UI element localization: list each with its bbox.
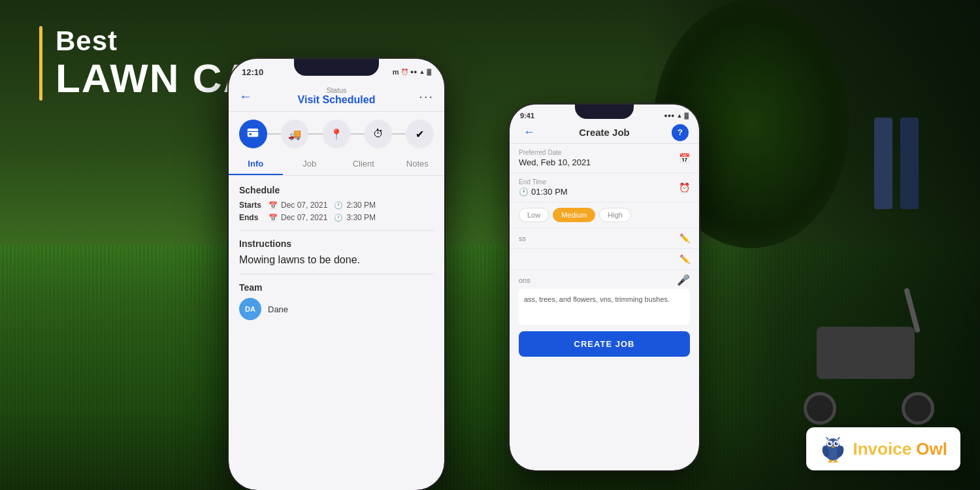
svg-marker-12 xyxy=(826,436,829,440)
phones-container: 9:41 ●●● ▲ ▓ ← Create Job ? Preferred Da… xyxy=(163,20,751,490)
edit-icon-2: ✏️ xyxy=(679,254,690,264)
team-section: Team DA Dane xyxy=(239,282,434,320)
starts-time: 2:30 PM xyxy=(346,201,376,210)
step-connector-3 xyxy=(350,133,364,135)
edit-row-1[interactable]: ss ✏️ xyxy=(510,228,699,249)
team-member-name: Dane xyxy=(268,304,288,314)
svg-point-8 xyxy=(834,442,838,446)
preferred-date-field[interactable]: Preferred Date Wed, Feb 10, 2021 📅 xyxy=(510,144,699,173)
tab-notes[interactable]: Notes xyxy=(391,154,445,175)
instructions-text: Mowing lawns to be done. xyxy=(239,254,434,266)
content-area: Schedule Starts 📅 Dec 07, 2021 🕐 2:30 PM… xyxy=(229,176,444,329)
instructions-section: Instructions Mowing lawns to be done. xyxy=(239,238,434,266)
invoice-text-part2: Owl xyxy=(916,439,947,459)
create-job-button[interactable]: CREATE JOB xyxy=(519,331,690,357)
priority-low-btn[interactable]: Low xyxy=(519,208,549,222)
right-leg xyxy=(900,118,919,209)
heading-line1: Best xyxy=(56,26,439,56)
status-label-text: Status xyxy=(298,86,376,94)
front-menu-dots[interactable]: ··· xyxy=(419,89,434,104)
front-phone-notch xyxy=(294,59,379,76)
mic-icon[interactable]: 🎤 xyxy=(677,274,690,286)
end-time-value: 🕐 01:30 PM xyxy=(519,187,568,197)
preferred-date-row: Preferred Date Wed, Feb 10, 2021 📅 xyxy=(519,149,690,167)
step-2-icon: 🚚 xyxy=(281,120,309,148)
wifi-icon: ▲ xyxy=(677,112,683,119)
mower-silhouette xyxy=(804,327,934,425)
invoice-text-part1: Invoice xyxy=(853,439,917,459)
starts-date: Dec 07, 2021 xyxy=(281,201,327,210)
divider-2 xyxy=(239,274,434,274)
left-leg xyxy=(874,118,892,209)
clock-icon: 🕐 xyxy=(519,188,529,197)
owl-logo xyxy=(819,435,847,463)
create-job-title: Create Job xyxy=(579,127,630,138)
carrier-icon: m xyxy=(393,68,399,76)
end-time-field[interactable]: End Time 🕐 01:30 PM ⏰ xyxy=(510,173,699,203)
tab-info[interactable]: Info xyxy=(229,154,283,175)
team-member-row: DA Dane xyxy=(239,298,434,320)
battery-icon: ▓ xyxy=(684,112,689,119)
edit-row-2[interactable]: ✏️ xyxy=(510,249,699,270)
team-title: Team xyxy=(239,282,434,293)
mic-label: ons xyxy=(519,276,531,284)
back-phone-screen: 9:41 ●●● ▲ ▓ ← Create Job ? Preferred Da… xyxy=(510,105,699,470)
signal-icon: ●●● xyxy=(664,112,674,119)
step-5-icon: ✔ xyxy=(406,120,434,148)
notes-text-box[interactable]: ass, trees, and flowers, vns, trimming b… xyxy=(519,289,690,325)
back-button[interactable]: ← xyxy=(520,123,538,142)
mower-wheel-left xyxy=(804,392,836,425)
person-legs xyxy=(872,118,921,212)
ends-clock-icon: 🕐 xyxy=(334,214,343,222)
end-time-content: End Time 🕐 01:30 PM xyxy=(519,178,568,197)
status-value-text: Visit Scheduled xyxy=(298,94,376,106)
mower-top xyxy=(817,327,915,379)
svg-rect-2 xyxy=(250,133,252,135)
svg-rect-0 xyxy=(248,129,259,137)
step-1-icon xyxy=(239,120,267,148)
starts-cal-icon: 📅 xyxy=(269,201,278,210)
yellow-accent-bar xyxy=(39,26,42,101)
front-phone-time: 12:10 xyxy=(242,67,263,77)
schedule-section: Schedule Starts 📅 Dec 07, 2021 🕐 2:30 PM… xyxy=(239,185,434,222)
back-phone-status-icons: ●●● ▲ ▓ xyxy=(664,112,689,119)
ends-cal-icon: 📅 xyxy=(269,214,278,222)
back-phone: 9:41 ●●● ▲ ▓ ← Create Job ? Preferred Da… xyxy=(510,105,699,470)
tab-job[interactable]: Job xyxy=(283,154,337,175)
network-icon: ●● xyxy=(410,69,417,75)
priority-high-btn[interactable]: High xyxy=(599,208,631,222)
edit-row-1-text: ss xyxy=(519,235,526,242)
starts-clock-icon: 🕐 xyxy=(334,201,343,210)
alarm-icon: ⏰ xyxy=(401,69,408,75)
svg-point-9 xyxy=(830,442,831,444)
preferred-date-value: Wed, Feb 10, 2021 xyxy=(519,157,591,167)
step-4-icon: ⏱ xyxy=(365,120,393,148)
svg-marker-13 xyxy=(837,436,840,440)
back-phone-notch xyxy=(575,105,634,119)
front-phone-screen: 12:10 m ⏰ ●● ▲ ▓ ← Status Visit Schedule… xyxy=(229,59,444,490)
create-job-header: ← Create Job ? xyxy=(510,124,699,144)
step-connector-1 xyxy=(267,133,281,135)
visit-header: ← Status Visit Scheduled ··· xyxy=(229,82,444,112)
wifi-front-icon: ▲ xyxy=(419,69,425,75)
tabs-row: Info Job Client Notes xyxy=(229,154,444,176)
priority-medium-btn[interactable]: Medium xyxy=(553,208,595,222)
step-connector-2 xyxy=(308,133,322,135)
front-back-button[interactable]: ← xyxy=(239,89,252,104)
edit-icon-1: ✏️ xyxy=(679,233,690,243)
tab-client[interactable]: Client xyxy=(336,154,391,175)
step-3-icon: 📍 xyxy=(323,120,351,148)
team-member-avatar: DA xyxy=(239,298,261,320)
front-phone-status-icons: m ⏰ ●● ▲ ▓ xyxy=(393,68,431,76)
clock-field-icon: ⏰ xyxy=(679,182,690,193)
mower-wheel-right xyxy=(902,392,934,425)
help-button[interactable]: ? xyxy=(672,124,689,141)
preferred-date-label: Preferred Date xyxy=(519,149,591,156)
battery-front-icon: ▓ xyxy=(427,69,431,75)
starts-row: Starts 📅 Dec 07, 2021 🕐 2:30 PM xyxy=(239,201,434,210)
mic-area: ons 🎤 xyxy=(510,270,699,289)
back-phone-time: 9:41 xyxy=(520,112,534,120)
preferred-date-content: Preferred Date Wed, Feb 10, 2021 xyxy=(519,149,591,167)
end-time-label: End Time xyxy=(519,178,568,186)
divider-1 xyxy=(239,230,434,231)
